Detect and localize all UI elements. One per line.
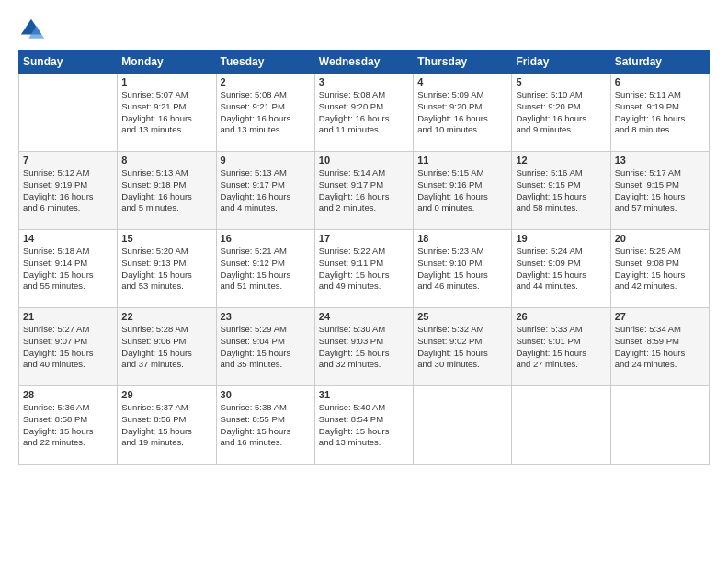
- day-number: 30: [221, 389, 311, 400]
- week-row-2: 14Sunrise: 5:18 AM Sunset: 9:14 PM Dayli…: [19, 230, 710, 308]
- cell-info: Sunrise: 5:08 AM Sunset: 9:21 PM Dayligh…: [221, 89, 311, 136]
- week-row-0: 1Sunrise: 5:07 AM Sunset: 9:21 PM Daylig…: [19, 74, 710, 152]
- cell-info: Sunrise: 5:40 AM Sunset: 8:54 PM Dayligh…: [319, 402, 409, 449]
- day-number: 23: [221, 311, 311, 322]
- day-number: 31: [319, 389, 409, 400]
- cell-info: Sunrise: 5:34 AM Sunset: 8:59 PM Dayligh…: [615, 324, 705, 371]
- cell-info: Sunrise: 5:11 AM Sunset: 9:19 PM Dayligh…: [615, 89, 705, 136]
- cell-info: Sunrise: 5:09 AM Sunset: 9:20 PM Dayligh…: [417, 89, 507, 136]
- day-number: 11: [417, 155, 507, 166]
- calendar-cell: 13Sunrise: 5:17 AM Sunset: 9:15 PM Dayli…: [610, 152, 709, 230]
- calendar-cell: 16Sunrise: 5:21 AM Sunset: 9:12 PM Dayli…: [216, 230, 314, 308]
- header-saturday: Saturday: [610, 51, 709, 74]
- day-number: 15: [121, 233, 211, 244]
- calendar-cell: 6Sunrise: 5:11 AM Sunset: 9:19 PM Daylig…: [610, 74, 709, 152]
- calendar-cell: [610, 386, 709, 465]
- day-number: 18: [417, 233, 507, 244]
- calendar-cell: 14Sunrise: 5:18 AM Sunset: 9:14 PM Dayli…: [19, 230, 118, 308]
- cell-info: Sunrise: 5:25 AM Sunset: 9:08 PM Dayligh…: [615, 246, 705, 293]
- calendar-cell: 25Sunrise: 5:32 AM Sunset: 9:02 PM Dayli…: [414, 308, 512, 386]
- header-thursday: Thursday: [414, 51, 512, 74]
- week-row-3: 21Sunrise: 5:27 AM Sunset: 9:07 PM Dayli…: [19, 308, 710, 386]
- cell-info: Sunrise: 5:07 AM Sunset: 9:21 PM Dayligh…: [121, 89, 211, 136]
- cell-info: Sunrise: 5:13 AM Sunset: 9:17 PM Dayligh…: [221, 167, 311, 214]
- day-number: 16: [221, 233, 311, 244]
- calendar-cell: 19Sunrise: 5:24 AM Sunset: 9:09 PM Dayli…: [512, 230, 610, 308]
- day-number: 20: [615, 233, 705, 244]
- cell-info: Sunrise: 5:29 AM Sunset: 9:04 PM Dayligh…: [221, 324, 311, 371]
- header-monday: Monday: [118, 51, 216, 74]
- calendar-cell: 2Sunrise: 5:08 AM Sunset: 9:21 PM Daylig…: [216, 74, 314, 152]
- week-row-4: 28Sunrise: 5:36 AM Sunset: 8:58 PM Dayli…: [19, 386, 710, 465]
- cell-info: Sunrise: 5:30 AM Sunset: 9:03 PM Dayligh…: [319, 324, 409, 371]
- cell-info: Sunrise: 5:08 AM Sunset: 9:20 PM Dayligh…: [319, 89, 409, 136]
- day-number: 21: [23, 311, 113, 322]
- day-number: 27: [615, 311, 705, 322]
- calendar-cell: 21Sunrise: 5:27 AM Sunset: 9:07 PM Dayli…: [19, 308, 118, 386]
- logo: [18, 17, 48, 42]
- calendar-cell: 20Sunrise: 5:25 AM Sunset: 9:08 PM Dayli…: [610, 230, 709, 308]
- day-number: 2: [221, 76, 311, 87]
- logo-icon: [18, 17, 44, 42]
- cell-info: Sunrise: 5:32 AM Sunset: 9:02 PM Dayligh…: [417, 324, 507, 371]
- calendar-cell: [414, 386, 512, 465]
- header-friday: Friday: [512, 51, 610, 74]
- calendar-cell: 23Sunrise: 5:29 AM Sunset: 9:04 PM Dayli…: [216, 308, 314, 386]
- calendar-cell: 10Sunrise: 5:14 AM Sunset: 9:17 PM Dayli…: [314, 152, 413, 230]
- calendar-cell: 29Sunrise: 5:37 AM Sunset: 8:56 PM Dayli…: [118, 386, 216, 465]
- cell-info: Sunrise: 5:28 AM Sunset: 9:06 PM Dayligh…: [121, 324, 211, 371]
- day-number: 6: [615, 76, 705, 87]
- calendar-cell: 26Sunrise: 5:33 AM Sunset: 9:01 PM Dayli…: [512, 308, 610, 386]
- day-number: 17: [319, 233, 409, 244]
- calendar-cell: 4Sunrise: 5:09 AM Sunset: 9:20 PM Daylig…: [414, 74, 512, 152]
- day-number: 19: [516, 233, 606, 244]
- cell-info: Sunrise: 5:23 AM Sunset: 9:10 PM Dayligh…: [417, 246, 507, 293]
- day-number: 10: [319, 155, 409, 166]
- cell-info: Sunrise: 5:16 AM Sunset: 9:15 PM Dayligh…: [516, 167, 606, 214]
- day-number: 5: [516, 76, 606, 87]
- cell-info: Sunrise: 5:20 AM Sunset: 9:13 PM Dayligh…: [121, 246, 211, 293]
- calendar-cell: 3Sunrise: 5:08 AM Sunset: 9:20 PM Daylig…: [314, 74, 413, 152]
- calendar-cell: 30Sunrise: 5:38 AM Sunset: 8:55 PM Dayli…: [216, 386, 314, 465]
- header-wednesday: Wednesday: [314, 51, 413, 74]
- cell-info: Sunrise: 5:24 AM Sunset: 9:09 PM Dayligh…: [516, 246, 606, 293]
- cell-info: Sunrise: 5:21 AM Sunset: 9:12 PM Dayligh…: [221, 246, 311, 293]
- calendar-cell: 18Sunrise: 5:23 AM Sunset: 9:10 PM Dayli…: [414, 230, 512, 308]
- header-row: SundayMondayTuesdayWednesdayThursdayFrid…: [19, 51, 710, 74]
- cell-info: Sunrise: 5:33 AM Sunset: 9:01 PM Dayligh…: [516, 324, 606, 371]
- calendar-cell: 1Sunrise: 5:07 AM Sunset: 9:21 PM Daylig…: [118, 74, 216, 152]
- calendar-cell: 15Sunrise: 5:20 AM Sunset: 9:13 PM Dayli…: [118, 230, 216, 308]
- header-sunday: Sunday: [19, 51, 118, 74]
- calendar-cell: 27Sunrise: 5:34 AM Sunset: 8:59 PM Dayli…: [610, 308, 709, 386]
- day-number: 8: [121, 155, 211, 166]
- calendar-cell: 22Sunrise: 5:28 AM Sunset: 9:06 PM Dayli…: [118, 308, 216, 386]
- day-number: 28: [23, 389, 113, 400]
- calendar-cell: 8Sunrise: 5:13 AM Sunset: 9:18 PM Daylig…: [118, 152, 216, 230]
- calendar-cell: [512, 386, 610, 465]
- calendar-cell: 11Sunrise: 5:15 AM Sunset: 9:16 PM Dayli…: [414, 152, 512, 230]
- calendar-cell: 12Sunrise: 5:16 AM Sunset: 9:15 PM Dayli…: [512, 152, 610, 230]
- cell-info: Sunrise: 5:18 AM Sunset: 9:14 PM Dayligh…: [23, 246, 113, 293]
- cell-info: Sunrise: 5:13 AM Sunset: 9:18 PM Dayligh…: [121, 167, 211, 214]
- cell-info: Sunrise: 5:27 AM Sunset: 9:07 PM Dayligh…: [23, 324, 113, 371]
- calendar-cell: 9Sunrise: 5:13 AM Sunset: 9:17 PM Daylig…: [216, 152, 314, 230]
- day-number: 13: [615, 155, 705, 166]
- cell-info: Sunrise: 5:15 AM Sunset: 9:16 PM Dayligh…: [417, 167, 507, 214]
- calendar-cell: 7Sunrise: 5:12 AM Sunset: 9:19 PM Daylig…: [19, 152, 118, 230]
- cell-info: Sunrise: 5:10 AM Sunset: 9:20 PM Dayligh…: [516, 89, 606, 136]
- day-number: 3: [319, 76, 409, 87]
- day-number: 1: [121, 76, 211, 87]
- day-number: 25: [417, 311, 507, 322]
- day-number: 12: [516, 155, 606, 166]
- header-tuesday: Tuesday: [216, 51, 314, 74]
- week-row-1: 7Sunrise: 5:12 AM Sunset: 9:19 PM Daylig…: [19, 152, 710, 230]
- calendar-cell: [19, 74, 118, 152]
- page: SundayMondayTuesdayWednesdayThursdayFrid…: [0, 0, 728, 563]
- cell-info: Sunrise: 5:12 AM Sunset: 9:19 PM Dayligh…: [23, 167, 113, 214]
- cell-info: Sunrise: 5:36 AM Sunset: 8:58 PM Dayligh…: [23, 402, 113, 449]
- cell-info: Sunrise: 5:38 AM Sunset: 8:55 PM Dayligh…: [221, 402, 311, 449]
- calendar-cell: 5Sunrise: 5:10 AM Sunset: 9:20 PM Daylig…: [512, 74, 610, 152]
- day-number: 7: [23, 155, 113, 166]
- cell-info: Sunrise: 5:14 AM Sunset: 9:17 PM Dayligh…: [319, 167, 409, 214]
- day-number: 9: [221, 155, 311, 166]
